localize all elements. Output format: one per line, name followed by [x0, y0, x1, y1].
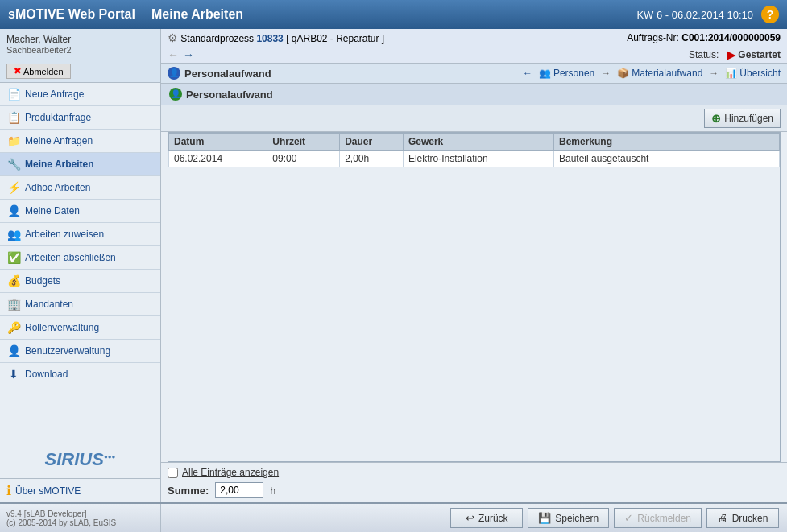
- zurueck-button[interactable]: ↩Zurück: [450, 508, 523, 528]
- table-header-row: Datum Uhrzeit Dauer Gewerk Bemerkung: [169, 134, 780, 151]
- nav-label-mandanten: Mandanten: [25, 299, 73, 310]
- nav-icon-arbeiten-abschliessen: ✅: [6, 250, 21, 265]
- footer-buttons: ↩Zurück💾Speichern✓Rückmelden🖨Drucken: [161, 504, 787, 532]
- sidebar-item-meine-daten[interactable]: 👤Meine Daten: [0, 200, 160, 223]
- section-header: 👤 Personalaufwand ← 👥 Personen → 📦 Mater…: [161, 64, 787, 84]
- sidebar-item-rollenverwaltung[interactable]: 🔑Rollenverwaltung: [0, 316, 160, 340]
- proc-number: 10833: [256, 33, 283, 44]
- speichern-label: Speichern: [555, 513, 599, 524]
- table-body: 06.02.2014 09:00 2,00h Elektro-Installat…: [169, 151, 780, 167]
- app-header: sMOTIVE Web Portal Meine Arbeiten KW 6 -…: [0, 0, 787, 29]
- sidebar-item-meine-arbeiten[interactable]: 🔧Meine Arbeiten: [0, 153, 160, 176]
- nav-arrow-row: ← → Status: ▶ Gestartet: [161, 47, 787, 63]
- table-head: Datum Uhrzeit Dauer Gewerk Bemerkung: [169, 134, 780, 151]
- calendar-week: KW 6 - 06.02.2014 10:10: [636, 9, 753, 21]
- plus-icon: ⊕: [711, 112, 721, 125]
- nav-uebersicht[interactable]: 📊 Übersicht: [725, 68, 781, 79]
- status-value: ▶ Gestartet: [727, 48, 781, 61]
- nav-label-produktanfrage: Produktanfrage: [25, 112, 91, 123]
- nav-arrows: ← →: [168, 48, 194, 61]
- proc-row: ⚙ Standardprozess 10833 [ qARB02 - Repar…: [161, 29, 787, 47]
- nav-label-download: Download: [25, 369, 68, 380]
- drucken-label: Drucken: [732, 513, 768, 524]
- col-gewerk: Gewerk: [403, 134, 553, 151]
- nav-icon-adhoc-arbeiten: ⚡: [6, 180, 21, 195]
- nav-label-meine-anfragen: Meine Anfragen: [25, 135, 93, 146]
- add-button[interactable]: ⊕ Hinzufügen: [704, 109, 781, 128]
- nav-label-budgets: Budgets: [25, 275, 60, 287]
- nav-icon-rollenverwaltung: 🔑: [6, 320, 21, 335]
- show-all-checkbox[interactable]: [168, 468, 178, 478]
- sidebar-item-mandanten[interactable]: 🏢Mandanten: [0, 293, 160, 316]
- back-arrow[interactable]: ←: [168, 48, 179, 61]
- sidebar-item-benutzerverwaltung[interactable]: 👤Benutzerverwaltung: [0, 340, 160, 363]
- proc-info: ⚙ Standardprozess 10833 [ qARB02 - Repar…: [168, 31, 384, 44]
- app-logo: sMOTIVE Web Portal: [8, 7, 135, 22]
- order-info: Auftrags-Nr: C001:2014/000000059: [627, 32, 781, 43]
- drucken-button[interactable]: 🖨Drucken: [706, 508, 779, 528]
- about-smotive[interactable]: ℹ Über sMOTIVE: [0, 478, 160, 502]
- nav-label-arbeiten-abschliessen: Arbeiten abschließen: [25, 252, 116, 263]
- nav-materialaufwand[interactable]: 📦 Materialaufwand: [617, 68, 702, 79]
- table-wrapper[interactable]: Datum Uhrzeit Dauer Gewerk Bemerkung 06.…: [168, 133, 780, 406]
- cell-bemerkung: Bauteil ausgetauscht: [554, 151, 780, 167]
- sidebar-item-produktanfrage[interactable]: 📋Produktanfrage: [0, 106, 160, 130]
- summe-input[interactable]: [215, 482, 263, 498]
- content-top-bar: ⚙ Standardprozess 10833 [ qARB02 - Repar…: [161, 29, 787, 64]
- nav-icon-mandanten: 🏢: [6, 297, 21, 311]
- rueckmelden-icon: ✓: [624, 512, 633, 524]
- sidebar-item-budgets[interactable]: 💰Budgets: [0, 270, 160, 293]
- sidebar-item-meine-anfragen[interactable]: 📁Meine Anfragen: [0, 130, 160, 153]
- section-nav-links: ← 👥 Personen → 📦 Materialaufwand → 📊 Übe…: [523, 68, 781, 79]
- sidebar-logout: ✖ Abmelden: [0, 60, 160, 83]
- section-title-row: 👤 Personalaufwand: [168, 67, 271, 80]
- nav-icon-meine-daten: 👤: [6, 204, 21, 218]
- show-all-label[interactable]: Alle Einträge anzeigen: [182, 467, 279, 478]
- nav-icon-arbeiten-zuweisen: 👥: [6, 227, 21, 241]
- logout-button[interactable]: ✖ Abmelden: [6, 64, 71, 79]
- sidebar-item-arbeiten-abschliessen[interactable]: ✅Arbeiten abschließen: [0, 246, 160, 270]
- data-table: Datum Uhrzeit Dauer Gewerk Bemerkung 06.…: [168, 133, 780, 167]
- sidebar-item-neue-anfrage[interactable]: 📄Neue Anfrage: [0, 83, 160, 106]
- sidebar-item-adhoc-arbeiten[interactable]: ⚡Adhoc Arbeiten: [0, 176, 160, 200]
- table-row[interactable]: 06.02.2014 09:00 2,00h Elektro-Installat…: [169, 151, 780, 167]
- sidebar-logo: SIRIUS●●●: [0, 441, 160, 478]
- nav-icon-neue-anfrage: 📄: [6, 87, 21, 101]
- sidebar-item-arbeiten-zuweisen[interactable]: 👥Arbeiten zuweisen: [0, 223, 160, 246]
- nav-label-meine-daten: Meine Daten: [25, 205, 80, 217]
- play-icon: ▶: [727, 48, 735, 61]
- col-datum: Datum: [169, 134, 267, 151]
- cell-gewerk: Elektro-Installation: [403, 151, 553, 167]
- summe-unit: h: [270, 485, 275, 497]
- status-row: Status: ▶ Gestartet: [689, 48, 781, 61]
- forward-arrow[interactable]: →: [183, 48, 194, 61]
- cell-dauer: 2,00h: [340, 151, 404, 167]
- nav-persons[interactable]: 👥 Personen: [539, 68, 594, 79]
- inner-content: 👤 Personalaufwand ⊕ Hinzufügen: [161, 84, 787, 502]
- sidebar-item-download[interactable]: ⬇Download: [0, 363, 160, 386]
- sidebar: Macher, Walter Sachbearbeiter2 ✖ Abmelde…: [0, 29, 161, 502]
- table-scroll-area: Datum Uhrzeit Dauer Gewerk Bemerkung 06.…: [168, 132, 781, 462]
- nav-icon-benutzerverwaltung: 👤: [6, 344, 21, 358]
- speichern-icon: 💾: [538, 512, 551, 524]
- nav-label-adhoc-arbeiten: Adhoc Arbeiten: [25, 182, 90, 193]
- content-area: ⚙ Standardprozess 10833 [ qARB02 - Repar…: [161, 29, 787, 502]
- nav-icon-produktanfrage: 📋: [6, 110, 21, 125]
- inner-header: 👤 Personalaufwand: [161, 84, 787, 105]
- col-uhrzeit: Uhrzeit: [267, 134, 340, 151]
- back-arrow-small[interactable]: ←: [523, 68, 532, 79]
- nav-label-meine-arbeiten: Meine Arbeiten: [25, 159, 94, 170]
- show-all-row: Alle Einträge anzeigen: [168, 467, 781, 478]
- arrow-sep2: →: [709, 68, 719, 79]
- nav-label-arbeiten-zuweisen: Arbeiten zuweisen: [25, 229, 104, 240]
- nav-icon-meine-arbeiten: 🔧: [6, 157, 21, 171]
- speichern-button[interactable]: 💾Speichern: [528, 508, 609, 528]
- summe-label: Summe:: [168, 485, 209, 497]
- table-toolbar: ⊕ Hinzufügen: [161, 105, 787, 132]
- table-footer: Alle Einträge anzeigen Summe: h: [161, 462, 787, 502]
- help-button[interactable]: ?: [761, 6, 779, 23]
- persons-icon: 👥: [539, 68, 551, 79]
- cell-datum: 06.02.2014: [169, 151, 267, 167]
- nav-label-rollenverwaltung: Rollenverwaltung: [25, 322, 99, 333]
- inner-person-icon: 👤: [169, 88, 182, 101]
